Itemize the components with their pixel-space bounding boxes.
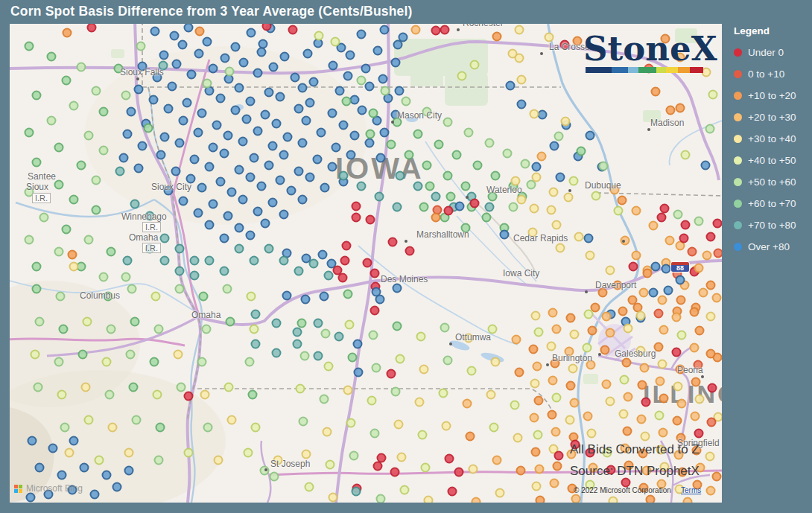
data-point[interactable] [624, 392, 633, 402]
legend-item[interactable]: +60 to +70 [734, 193, 812, 214]
data-point[interactable] [658, 296, 667, 305]
data-point[interactable] [112, 482, 122, 492]
data-point[interactable] [657, 213, 667, 223]
data-point[interactable] [440, 25, 450, 35]
data-point[interactable] [302, 116, 311, 126]
data-point[interactable] [618, 196, 627, 205]
data-point[interactable] [622, 358, 632, 368]
data-point[interactable] [405, 150, 414, 160]
data-point[interactable] [424, 496, 434, 503]
legend-item[interactable]: +70 to +80 [734, 214, 812, 236]
data-point[interactable] [373, 46, 383, 56]
data-point[interactable] [238, 137, 248, 147]
data-point[interactable] [352, 202, 361, 211]
data-point[interactable] [65, 448, 74, 458]
data-point[interactable] [317, 128, 326, 138]
data-point[interactable] [561, 117, 571, 127]
data-point[interactable] [220, 267, 229, 276]
data-point[interactable] [445, 454, 454, 464]
data-point[interactable] [708, 383, 717, 393]
data-point[interactable] [251, 423, 261, 433]
data-point[interactable] [532, 482, 542, 491]
data-point[interactable] [54, 357, 64, 367]
data-point[interactable] [405, 246, 415, 256]
data-point[interactable] [380, 128, 390, 138]
data-point[interactable] [500, 230, 510, 240]
data-point[interactable] [390, 468, 400, 477]
data-point[interactable] [105, 390, 115, 400]
data-point[interactable] [695, 326, 705, 336]
data-point[interactable] [632, 251, 641, 261]
data-point[interactable] [639, 288, 649, 298]
data-point[interactable] [264, 161, 274, 171]
data-point[interactable] [54, 143, 64, 153]
data-point[interactable] [276, 176, 285, 185]
data-point[interactable] [694, 429, 704, 439]
data-point[interactable] [301, 295, 311, 305]
data-point[interactable] [659, 428, 668, 438]
legend-item[interactable]: +10 to +20 [734, 85, 812, 106]
data-point[interactable] [63, 28, 72, 38]
map-canvas[interactable]: IOWAILLINO Sioux FallsSanteeSiouxI.R.Sio… [10, 24, 722, 503]
data-point[interactable] [183, 98, 192, 108]
data-point[interactable] [472, 497, 481, 503]
data-point[interactable] [516, 466, 526, 476]
data-point[interactable] [305, 173, 315, 182]
data-point[interactable] [413, 130, 423, 139]
data-point[interactable] [457, 71, 467, 81]
data-point[interactable] [343, 386, 353, 395]
data-point[interactable] [530, 109, 539, 119]
data-point[interactable] [335, 86, 345, 96]
data-point[interactable] [515, 54, 524, 63]
data-point[interactable] [245, 357, 255, 367]
data-point[interactable] [121, 273, 131, 282]
data-point[interactable] [530, 413, 539, 423]
data-point[interactable] [357, 182, 367, 191]
data-point[interactable] [77, 161, 86, 171]
data-point[interactable] [132, 415, 142, 425]
data-point[interactable] [641, 398, 651, 407]
data-point[interactable] [81, 383, 91, 392]
data-point[interactable] [123, 256, 133, 266]
data-point[interactable] [624, 324, 633, 334]
data-point[interactable] [346, 51, 355, 60]
data-point[interactable] [69, 101, 79, 111]
data-point[interactable] [338, 273, 348, 283]
data-point[interactable] [375, 192, 384, 202]
data-point[interactable] [195, 27, 205, 36]
data-point[interactable] [402, 97, 411, 106]
data-point[interactable] [676, 103, 685, 113]
data-point[interactable] [413, 182, 423, 191]
data-point[interactable] [209, 64, 218, 74]
data-point[interactable] [532, 162, 542, 172]
data-point[interactable] [247, 28, 256, 38]
data-point[interactable] [706, 349, 716, 359]
data-point[interactable] [552, 393, 562, 403]
data-point[interactable] [302, 450, 311, 459]
data-point[interactable] [352, 213, 361, 223]
data-point[interactable] [270, 472, 279, 482]
data-point[interactable] [92, 176, 101, 185]
data-point[interactable] [190, 271, 200, 281]
data-point[interactable] [454, 468, 464, 477]
data-point[interactable] [699, 288, 708, 298]
data-point[interactable] [416, 332, 426, 342]
data-point[interactable] [124, 448, 134, 458]
data-point[interactable] [320, 183, 330, 193]
data-point[interactable] [298, 83, 308, 93]
data-point[interactable] [365, 138, 375, 148]
data-point[interactable] [247, 292, 256, 302]
data-point[interactable] [387, 369, 396, 379]
data-point[interactable] [394, 420, 404, 430]
data-point[interactable] [565, 415, 575, 425]
data-point[interactable] [393, 40, 403, 50]
bing-logo[interactable]: Microsoft Bing [14, 483, 83, 494]
data-point[interactable] [506, 81, 516, 91]
data-point[interactable] [391, 387, 401, 397]
data-point[interactable] [606, 328, 615, 338]
data-point[interactable] [376, 494, 386, 503]
data-point[interactable] [339, 171, 349, 181]
data-point[interactable] [455, 202, 465, 211]
data-point[interactable] [584, 310, 594, 319]
legend-item[interactable]: +40 to +50 [734, 150, 812, 171]
